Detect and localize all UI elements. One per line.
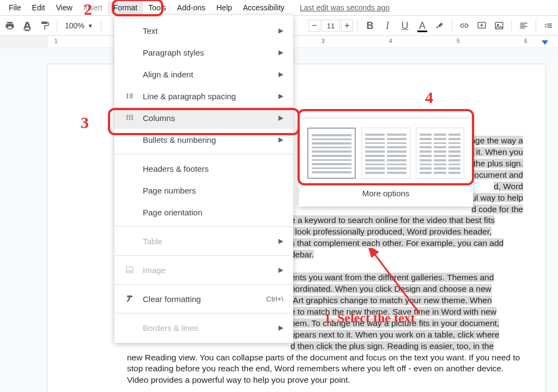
menu-file[interactable]: File (3, 1, 27, 14)
clear-format-icon (124, 294, 135, 303)
insert-link-button[interactable] (457, 18, 472, 33)
font-size-control: − 11 + (308, 20, 353, 32)
columns-more-options[interactable]: More options (307, 189, 464, 198)
doc-text-line: tArt graphics change to match your new t… (290, 295, 492, 305)
doc-text-line: d code for the (471, 204, 523, 214)
menu-edit[interactable]: Edit (27, 1, 51, 14)
ruler-mark: 4 (389, 38, 392, 44)
doc-text-line: document and (470, 170, 523, 179)
doc-text-line: hem. To change the way a picture fits in… (290, 318, 499, 328)
menu-item-borders-lines: Borders & lines▶ (114, 317, 293, 339)
menu-item-line-spacing[interactable]: Line & paragraph spacing▶ (114, 85, 293, 107)
line-spacing-button[interactable] (541, 18, 556, 33)
menu-item-clear-formatting[interactable]: Clear formattingCtrl+\ (114, 288, 293, 310)
highlight-button[interactable] (432, 18, 447, 33)
line-spacing-icon (124, 92, 135, 100)
columns-option-1[interactable] (307, 128, 356, 179)
text-color-button[interactable]: A (415, 18, 430, 33)
align-left-icon (519, 21, 529, 31)
menu-item-bullets-numbering[interactable]: Bullets & numbering▶ (114, 129, 293, 150)
columns-option-3[interactable] (416, 128, 464, 179)
ruler-mark: 5 (457, 38, 460, 44)
svg-point-2 (498, 24, 499, 25)
menu-item-image: Image▶ (114, 259, 293, 281)
doc-text-line: s that complement each other. For exampl… (290, 238, 504, 248)
doc-text-line: ppears next to it. When you work on a ta… (290, 330, 499, 339)
print-icon (5, 21, 15, 31)
image-icon (124, 266, 135, 274)
menu-item-columns[interactable]: Columns▶ (114, 107, 293, 129)
last-edit-link[interactable]: Last edit was seconds ago (300, 3, 390, 12)
chevron-down-icon: ▼ (88, 23, 93, 29)
image-icon (494, 21, 504, 31)
paint-format-button[interactable] (37, 18, 52, 33)
bold-button[interactable]: B (362, 18, 378, 33)
doc-text-line: new Reading view. You can collapse parts… (127, 353, 520, 385)
font-size-input[interactable]: 11 (322, 20, 340, 32)
menu-bar: File Edit View Insert Format Tools Add-o… (0, 0, 558, 15)
chevron-right-icon: ▶ (278, 70, 283, 78)
chevron-right-icon: ▶ (278, 136, 283, 143)
print-button[interactable] (2, 18, 17, 33)
doc-text-line: the plus sign. (474, 159, 523, 168)
ruler-mark: 1 (54, 38, 58, 44)
spellcheck-button[interactable]: A̲ (20, 18, 35, 33)
chevron-right-icon: ▶ (278, 114, 283, 122)
font-size-increase[interactable]: + (341, 20, 353, 32)
menu-insert[interactable]: Insert (78, 1, 108, 14)
ruler-mark: 6 (524, 38, 527, 44)
chevron-right-icon: ▶ (278, 27, 283, 34)
link-icon (459, 21, 469, 31)
chevron-right-icon: ▶ (278, 237, 283, 245)
chevron-right-icon: ▶ (278, 266, 283, 274)
menu-item-text[interactable]: Text▶ (114, 20, 293, 41)
paint-roller-icon (40, 21, 50, 31)
format-menu-dropdown: Text▶ Paragraph styles▶ Align & indent▶ … (114, 15, 293, 343)
add-comment-button[interactable] (474, 18, 489, 33)
tab-stop-marker[interactable] (542, 40, 548, 45)
menu-addons[interactable]: Add-ons (172, 1, 211, 14)
menu-view[interactable]: View (51, 1, 78, 14)
chevron-right-icon: ▶ (278, 49, 283, 56)
menu-item-page-orientation[interactable]: Page orientation (114, 201, 293, 223)
highlighter-icon (435, 21, 445, 31)
doc-text-line: d then click the plus sign. Reading is e… (290, 341, 494, 351)
shortcut-text: Ctrl+\ (266, 295, 283, 303)
menu-item-page-numbers[interactable]: Page numbers (114, 179, 293, 201)
menu-accessibility[interactable]: Accessibility (238, 1, 290, 14)
zoom-select[interactable]: 100% ▼ (62, 21, 96, 30)
menu-format[interactable]: Format (108, 1, 143, 14)
doc-text-line: e a keyword to search online for the vid… (290, 215, 495, 225)
columns-icon (124, 113, 135, 122)
menu-tools[interactable]: Tools (143, 1, 172, 14)
columns-option-2[interactable] (361, 128, 410, 179)
font-size-decrease[interactable]: − (308, 20, 320, 32)
ruler-mark: 3 (322, 38, 325, 44)
doc-text-line: d, Word (494, 182, 523, 191)
menu-item-align-indent[interactable]: Align & indent▶ (114, 63, 293, 85)
menu-item-paragraph-styles[interactable]: Paragraph styles▶ (114, 41, 293, 63)
doc-text-line: e to match the new theme. Save time in W… (290, 307, 496, 316)
doc-text-line: oordinated. When you click Design and ch… (290, 284, 492, 293)
menu-help[interactable]: Help (211, 1, 238, 14)
doc-text-line: t look professionally produced, Word pro… (290, 227, 492, 236)
insert-image-button[interactable] (492, 18, 507, 33)
comment-icon (477, 21, 487, 31)
doc-text-line: ents you want from the different galleri… (290, 273, 494, 282)
menu-item-table: Table▶ (114, 230, 293, 252)
zoom-value: 100% (65, 21, 84, 30)
menu-item-headers-footers[interactable]: Headers & footers (114, 158, 293, 179)
align-button[interactable] (516, 18, 531, 33)
chevron-right-icon: ▶ (278, 324, 283, 331)
underline-button[interactable]: U (397, 18, 413, 33)
chevron-right-icon: ▶ (278, 92, 283, 100)
line-spacing-icon (543, 21, 553, 31)
columns-submenu: More options (299, 119, 473, 207)
doc-text-line: ange the way a (466, 136, 523, 145)
doc-text-line: debar. (290, 250, 314, 259)
italic-button[interactable]: I (380, 18, 395, 33)
